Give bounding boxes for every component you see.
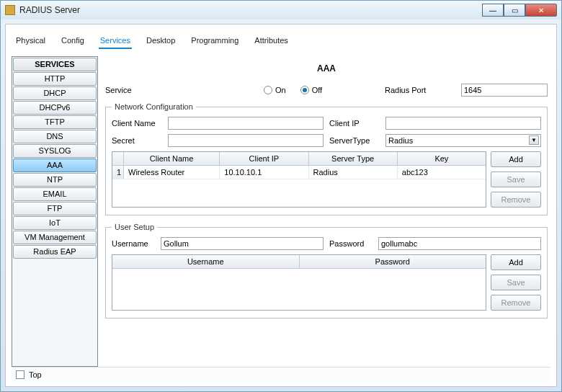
user-setup-fieldset: User Setup Username Password Username Pa… <box>105 223 548 318</box>
sidebar-header: SERVICES <box>13 58 97 71</box>
netcfg-add-button[interactable]: Add <box>491 151 541 167</box>
client-name-label: Client Name <box>112 119 162 128</box>
sidebar-item-http[interactable]: HTTP <box>13 72 97 86</box>
usersetup-remove-button[interactable]: Remove <box>491 295 541 311</box>
username-input[interactable] <box>161 237 324 250</box>
netcfg-table-wrap: Client Name Client IP Server Type Key 1W… <box>112 151 541 208</box>
main-panel: AAA Service On Off Radius Port <box>104 56 550 367</box>
usersetup-save-button[interactable]: Save <box>491 275 541 290</box>
sidebar-item-dhcp[interactable]: DHCP <box>13 86 97 100</box>
content-area: PhysicalConfigServicesDesktopProgramming… <box>5 24 557 387</box>
server-type-label: ServerType <box>329 136 380 145</box>
client-ip-input[interactable] <box>385 117 541 130</box>
service-row: Service On Off Radius Port <box>105 84 548 97</box>
cell-server-type: Radius <box>309 166 398 179</box>
titlebar-left: RADIUS Server <box>5 5 80 15</box>
window-buttons: — ▭ ✕ <box>482 4 557 17</box>
page-title: AAA <box>105 63 548 74</box>
password-label: Password <box>329 239 373 248</box>
sidebar-item-tftp[interactable]: TFTP <box>13 115 97 129</box>
server-type-value[interactable] <box>385 134 541 147</box>
col-server-type[interactable]: Server Type <box>309 152 398 165</box>
sidebar-item-vm-management[interactable]: VM Management <box>13 231 97 244</box>
netcfg-tbody: 1Wireless Router10.10.10.1Radiusabc123 <box>112 166 486 179</box>
minimize-button[interactable]: — <box>482 4 504 17</box>
usersetup-buttons: Add Save Remove <box>491 254 541 311</box>
netcfg-form: Client Name Client IP Secret ServerType … <box>112 117 541 147</box>
window-title: RADIUS Server <box>19 5 80 15</box>
on-label: On <box>275 86 286 94</box>
service-label: Service <box>105 86 146 94</box>
sidebar-item-iot[interactable]: IoT <box>13 216 97 230</box>
client-ip-label: Client IP <box>329 119 380 128</box>
sidebar-item-ntp[interactable]: NTP <box>13 173 97 187</box>
netcfg-remove-button[interactable]: Remove <box>491 192 541 208</box>
body: SERVICESHTTPDHCPDHCPv6TFTPDNSSYSLOGAAANT… <box>12 56 550 367</box>
col-client-ip[interactable]: Client IP <box>220 152 308 165</box>
row-index: 1 <box>112 166 124 179</box>
titlebar: RADIUS Server — ▭ ✕ <box>1 1 561 19</box>
sidebar-item-dhcpv6[interactable]: DHCPv6 <box>13 101 97 115</box>
tab-attributes[interactable]: Attributes <box>253 33 289 49</box>
usersetup-table: Username Password <box>112 254 486 311</box>
cell-key: abc123 <box>398 166 486 179</box>
radio-dot-off <box>300 86 309 94</box>
main-tabs: PhysicalConfigServicesDesktopProgramming… <box>12 29 550 52</box>
row-index-header <box>112 152 124 165</box>
radius-port-input[interactable] <box>461 84 548 97</box>
tab-physical[interactable]: Physical <box>14 33 47 49</box>
close-button[interactable]: ✕ <box>525 4 557 17</box>
service-off-radio[interactable]: Off <box>300 86 322 94</box>
sidebar-item-aaa[interactable]: AAA <box>13 159 97 172</box>
top-label: Top <box>29 370 42 379</box>
usersetup-form: Username Password <box>112 237 541 250</box>
radius-port-label: Radius Port <box>385 86 455 94</box>
password-input[interactable] <box>378 237 541 250</box>
services-sidebar: SERVICESHTTPDHCPDHCPv6TFTPDNSSYSLOGAAANT… <box>12 56 98 367</box>
username-label: Username <box>112 239 155 248</box>
network-configuration-legend: Network Configuration <box>112 102 196 111</box>
usersetup-thead: Username Password <box>112 255 486 269</box>
sidebar-item-ftp[interactable]: FTP <box>13 202 97 215</box>
sidebar-item-syslog[interactable]: SYSLOG <box>13 144 97 158</box>
sidebar-item-radius-eap[interactable]: Radius EAP <box>13 245 97 259</box>
col-username[interactable]: Username <box>112 255 300 268</box>
netcfg-buttons: Add Save Remove <box>491 151 541 208</box>
usersetup-add-button[interactable]: Add <box>491 254 541 270</box>
tab-config[interactable]: Config <box>60 33 86 49</box>
col-key[interactable]: Key <box>398 152 486 165</box>
tab-desktop[interactable]: Desktop <box>145 33 177 49</box>
tab-programming[interactable]: Programming <box>189 33 240 49</box>
table-row[interactable]: 1Wireless Router10.10.10.1Radiusabc123 <box>112 166 486 179</box>
radio-dot-on <box>264 86 272 94</box>
service-on-radio[interactable]: On <box>264 86 286 94</box>
netcfg-table: Client Name Client IP Server Type Key 1W… <box>112 151 486 208</box>
app-window: RADIUS Server — ▭ ✕ PhysicalConfigServic… <box>0 0 562 392</box>
top-checkbox[interactable] <box>16 370 24 379</box>
app-icon <box>5 5 15 15</box>
server-type-select[interactable]: ▼ <box>385 134 541 147</box>
sidebar-item-email[interactable]: EMAIL <box>13 187 97 201</box>
col-client-name[interactable]: Client Name <box>124 152 220 165</box>
col-password[interactable]: Password <box>300 255 486 268</box>
chevron-down-icon: ▼ <box>529 135 539 145</box>
secret-label: Secret <box>112 136 162 145</box>
maximize-button[interactable]: ▭ <box>504 4 525 17</box>
secret-input[interactable] <box>168 134 324 147</box>
footer: Top <box>12 367 550 382</box>
client-name-input[interactable] <box>168 117 324 130</box>
netcfg-save-button[interactable]: Save <box>491 172 541 187</box>
cell-client-name: Wireless Router <box>124 166 220 179</box>
tab-services[interactable]: Services <box>99 33 132 49</box>
cell-client-ip: 10.10.10.1 <box>220 166 308 179</box>
off-label: Off <box>312 86 322 94</box>
sidebar-item-dns[interactable]: DNS <box>13 130 97 143</box>
usersetup-table-wrap: Username Password Add Save Remove <box>112 254 541 311</box>
netcfg-thead: Client Name Client IP Server Type Key <box>112 152 486 166</box>
network-configuration-fieldset: Network Configuration Client Name Client… <box>105 102 548 215</box>
user-setup-legend: User Setup <box>112 223 157 231</box>
